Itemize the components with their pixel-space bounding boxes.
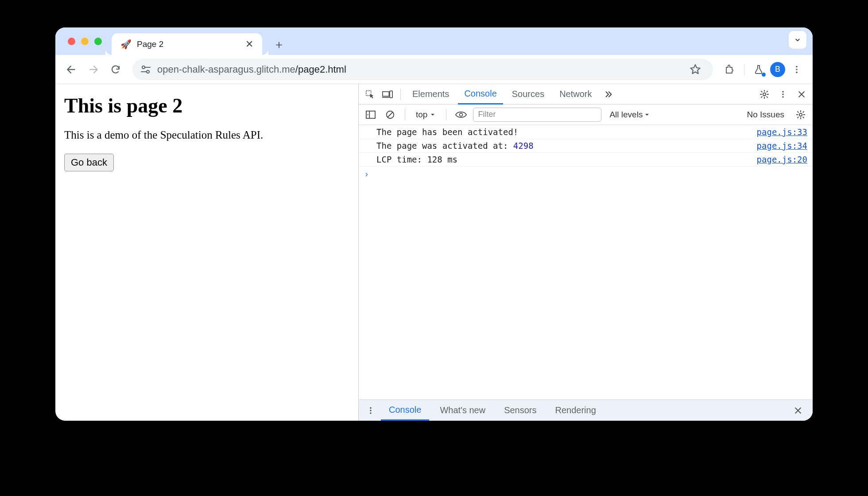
- puzzle-icon: [725, 64, 735, 75]
- console-log-row: The page has been activated! page.js:33: [359, 125, 813, 139]
- log-message: The page has been activated!: [376, 127, 751, 137]
- devtools-panel: Elements Console Sources Network: [359, 84, 813, 421]
- console-prompt[interactable]: ›: [359, 167, 813, 182]
- minimize-window-button[interactable]: [81, 38, 89, 45]
- devtools-menu-button[interactable]: [775, 87, 790, 102]
- close-window-button[interactable]: [68, 38, 75, 45]
- console-sidebar-toggle[interactable]: [363, 107, 378, 122]
- tab-favicon: 🚀: [120, 39, 132, 50]
- device-toolbar-button[interactable]: [380, 87, 395, 102]
- gear-icon: [796, 110, 806, 120]
- console-log-row: LCP time: 128 ms page.js:20: [359, 153, 813, 167]
- browser-tab[interactable]: 🚀 Page 2 ✕: [112, 33, 262, 55]
- live-expression-button[interactable]: [453, 107, 469, 122]
- svg-point-14: [782, 96, 783, 97]
- new-tab-button[interactable]: ＋: [270, 35, 288, 53]
- tab-console[interactable]: Console: [458, 85, 503, 105]
- content-area: This is page 2 This is a demo of the Spe…: [55, 84, 813, 421]
- chrome-menu-button[interactable]: [787, 60, 806, 79]
- eye-icon: [455, 111, 467, 119]
- clear-console-button[interactable]: [383, 107, 398, 122]
- svg-point-23: [370, 412, 371, 414]
- address-bar[interactable]: open-chalk-asparagus.glitch.me/page2.htm…: [132, 59, 713, 80]
- drawer-tab-whatsnew[interactable]: What's new: [432, 400, 493, 421]
- close-tab-button[interactable]: ✕: [243, 37, 256, 52]
- reload-icon: [110, 64, 121, 75]
- extensions-button[interactable]: [720, 60, 740, 79]
- forward-button[interactable]: [84, 60, 103, 79]
- page-heading: This is page 2: [64, 94, 349, 117]
- go-back-button[interactable]: Go back: [64, 154, 114, 171]
- log-levels-selector[interactable]: All levels: [606, 110, 653, 120]
- drawer-menu-button[interactable]: [363, 403, 378, 418]
- site-info-button[interactable]: [140, 65, 151, 74]
- devtools-drawer: Console What's new Sensors Rendering: [359, 399, 813, 421]
- close-icon: [794, 406, 802, 415]
- tab-elements[interactable]: Elements: [406, 84, 455, 104]
- svg-point-20: [799, 113, 802, 116]
- tab-strip: 🚀 Page 2 ✕ ＋: [55, 27, 813, 55]
- divider: [744, 64, 744, 75]
- more-tabs-button[interactable]: [601, 87, 616, 102]
- console-settings-button[interactable]: [793, 107, 808, 122]
- tab-search-button[interactable]: [789, 31, 806, 49]
- divider: [405, 109, 405, 120]
- devtools-tabs: Elements Console Sources Network: [359, 84, 813, 105]
- svg-point-11: [763, 93, 766, 95]
- inspect-icon: [365, 89, 375, 99]
- svg-point-5: [796, 69, 798, 70]
- reload-button[interactable]: [106, 60, 125, 79]
- arrow-left-icon: [66, 64, 77, 75]
- console-toolbar: top All levels No Issues: [359, 105, 813, 125]
- log-source-link[interactable]: page.js:20: [751, 155, 807, 164]
- close-icon: [797, 90, 806, 99]
- execution-context-selector[interactable]: top: [412, 110, 439, 120]
- log-source-link[interactable]: page.js:33: [751, 127, 807, 137]
- svg-point-12: [782, 91, 783, 92]
- svg-line-18: [388, 112, 393, 117]
- log-message: The page was activated at: 4298: [376, 141, 751, 151]
- clear-icon: [385, 110, 395, 120]
- svg-point-21: [370, 407, 371, 408]
- url-text: open-chalk-asparagus.glitch.me/page2.htm…: [157, 64, 346, 75]
- divider: [446, 109, 446, 120]
- dots-vertical-icon: [779, 90, 787, 99]
- window-controls: [63, 27, 109, 55]
- back-button[interactable]: [62, 60, 81, 79]
- svg-point-22: [370, 410, 371, 411]
- tab-sources[interactable]: Sources: [506, 84, 550, 104]
- log-source-link[interactable]: page.js:34: [751, 141, 807, 151]
- maximize-window-button[interactable]: [94, 38, 102, 45]
- triangle-down-icon: [644, 112, 650, 117]
- star-icon: [690, 64, 701, 75]
- dots-vertical-icon: [366, 406, 375, 415]
- drawer-tab-sensors[interactable]: Sensors: [496, 400, 544, 421]
- svg-point-19: [460, 113, 463, 116]
- notification-dot: [762, 73, 766, 77]
- url-host: open-chalk-asparagus.glitch.me: [157, 64, 295, 75]
- gear-icon: [760, 89, 769, 99]
- bookmark-button[interactable]: [686, 60, 705, 79]
- browser-window: 🚀 Page 2 ✕ ＋: [55, 27, 813, 421]
- url-path: /page2.html: [295, 64, 346, 75]
- profile-avatar[interactable]: B: [770, 62, 785, 77]
- drawer-close-button[interactable]: [790, 403, 806, 418]
- console-log-area: The page has been activated! page.js:33 …: [359, 125, 813, 399]
- devices-icon: [382, 90, 393, 99]
- levels-label: All levels: [609, 110, 643, 120]
- issues-indicator[interactable]: No Issues: [743, 110, 789, 120]
- tab-network[interactable]: Network: [553, 84, 598, 104]
- log-message: LCP time: 128 ms: [376, 155, 751, 164]
- dots-vertical-icon: [792, 65, 802, 74]
- inspect-element-button[interactable]: [362, 87, 377, 102]
- labs-button[interactable]: [749, 60, 768, 79]
- drawer-tab-rendering[interactable]: Rendering: [547, 400, 604, 421]
- context-label: top: [416, 110, 427, 120]
- console-filter-input[interactable]: [473, 108, 601, 122]
- svg-rect-10: [390, 91, 392, 97]
- drawer-tab-console[interactable]: Console: [381, 400, 429, 421]
- devtools-close-button[interactable]: [794, 87, 809, 102]
- devtools-settings-button[interactable]: [757, 87, 772, 102]
- rendered-page: This is page 2 This is a demo of the Spe…: [55, 84, 359, 421]
- triangle-down-icon: [430, 112, 435, 117]
